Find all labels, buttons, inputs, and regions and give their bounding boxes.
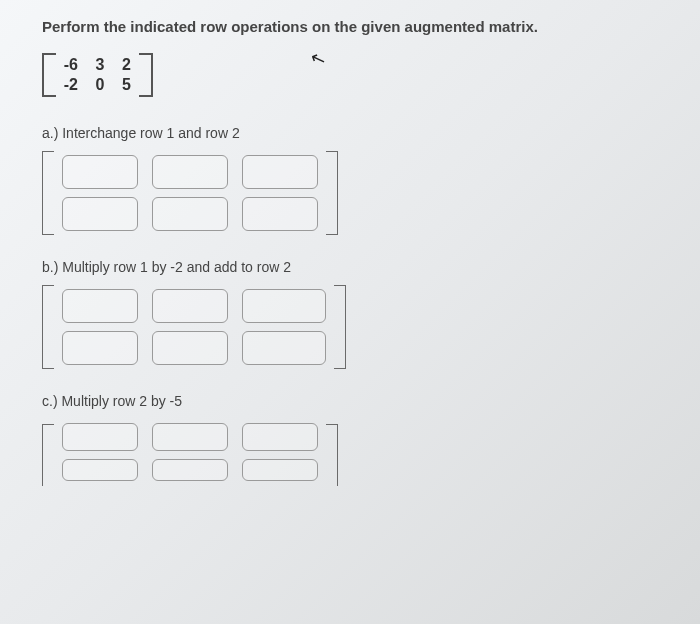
matrix-row-1: -6 3 2 xyxy=(60,55,135,75)
left-bracket xyxy=(42,151,54,235)
part-a: a.) Interchange row 1 and row 2 xyxy=(42,125,676,235)
answer-input[interactable] xyxy=(242,155,318,189)
part-c-label: c.) Multiply row 2 by -5 xyxy=(42,393,676,409)
given-matrix: -6 3 2 -2 0 5 xyxy=(42,53,676,97)
answer-input[interactable] xyxy=(242,197,318,231)
answer-grid-b xyxy=(60,285,328,369)
answer-input[interactable] xyxy=(152,155,228,189)
answer-input[interactable] xyxy=(242,289,326,323)
answer-input[interactable] xyxy=(242,459,318,481)
matrix-row-2: -2 0 5 xyxy=(60,75,135,95)
answer-input[interactable] xyxy=(152,331,228,365)
answer-input[interactable] xyxy=(62,423,138,451)
answer-input[interactable] xyxy=(242,423,318,451)
part-b: b.) Multiply row 1 by -2 and add to row … xyxy=(42,259,676,369)
matrix-cell: 2 xyxy=(113,55,131,75)
answer-input[interactable] xyxy=(62,331,138,365)
matrix-cell: 0 xyxy=(86,75,104,95)
answer-input[interactable] xyxy=(62,459,138,481)
matrix-cell: -6 xyxy=(60,55,78,75)
answer-grid-a xyxy=(60,151,320,235)
answer-matrix-a xyxy=(42,151,676,235)
answer-input[interactable] xyxy=(62,289,138,323)
question-heading: Perform the indicated row operations on … xyxy=(42,18,676,35)
answer-input[interactable] xyxy=(152,197,228,231)
answer-input[interactable] xyxy=(62,197,138,231)
answer-input[interactable] xyxy=(152,423,228,451)
matrix-cell: 3 xyxy=(86,55,104,75)
left-bracket xyxy=(42,424,54,486)
part-c: c.) Multiply row 2 by -5 xyxy=(42,393,676,491)
right-bracket xyxy=(326,151,338,235)
matrix-cell: -2 xyxy=(60,75,78,95)
answer-input[interactable] xyxy=(242,331,326,365)
part-b-label: b.) Multiply row 1 by -2 and add to row … xyxy=(42,259,676,275)
answer-input[interactable] xyxy=(62,155,138,189)
answer-matrix-b xyxy=(42,285,676,369)
right-bracket xyxy=(139,53,153,97)
matrix-rows: -6 3 2 -2 0 5 xyxy=(56,53,139,97)
matrix-cell: 5 xyxy=(113,75,131,95)
right-bracket xyxy=(326,424,338,486)
answer-matrix-c xyxy=(42,419,676,491)
right-bracket xyxy=(334,285,346,369)
answer-grid-c xyxy=(60,419,320,491)
answer-input[interactable] xyxy=(152,459,228,481)
part-a-label: a.) Interchange row 1 and row 2 xyxy=(42,125,676,141)
answer-input[interactable] xyxy=(152,289,228,323)
left-bracket xyxy=(42,53,56,97)
left-bracket xyxy=(42,285,54,369)
